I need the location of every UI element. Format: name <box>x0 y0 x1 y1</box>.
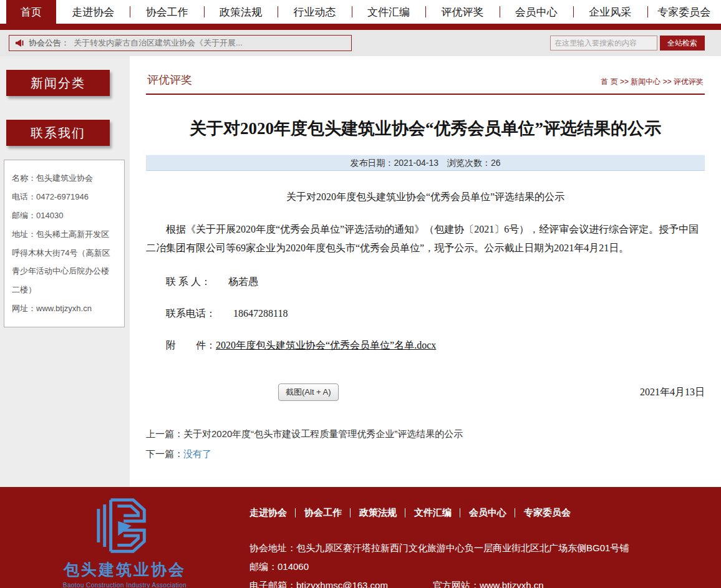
search-button[interactable]: 全站检索 <box>660 36 705 51</box>
main-layout: 新闻分类 联系我们 名称：包头建筑业协会电话：0472-6971946邮编：01… <box>0 56 721 487</box>
footer-website[interactable]: 官方网站：www.btjzyxh.cn <box>433 580 544 588</box>
screenshot-button[interactable]: 截图(Alt + A) <box>278 383 339 401</box>
nav-item[interactable]: 走进协会 <box>56 0 130 24</box>
announcement-bar: 协会公告： 关于转发内蒙古自治区建筑业协会《关于开展... 全站检索 <box>0 30 721 56</box>
contact-person-value: 杨若愚 <box>228 276 258 287</box>
nav-item[interactable]: 首页 <box>6 0 56 24</box>
previous-article-link[interactable]: 关于对2020年度“包头市建设工程质量管理优秀企业”评选结果的公示 <box>183 428 463 439</box>
footer-link[interactable]: 协会工作 <box>296 507 351 519</box>
contact-person-label: 联 系 人： <box>166 276 211 287</box>
footer-links: 走进协会协会工作政策法规文件汇编会员中心专家委员会 <box>249 507 721 519</box>
footer-link[interactable]: 会员中心 <box>460 507 515 519</box>
breadcrumb[interactable]: 首 页 >> 新闻中心 >> 评优评奖 <box>601 77 704 87</box>
contact-phone-row: 联系电话：18647288118 <box>146 307 705 321</box>
footer-zip: 邮编：014060 <box>249 561 721 573</box>
contact-phone-value: 18647288118 <box>233 308 288 319</box>
contact-info-line: 地址：包头稀土高新开发区呼得木林大街74号（高新区青少年活动中心后院办公楼二楼） <box>12 225 117 300</box>
footer-email: 电子邮箱：btjzyxhmsc@163.com <box>249 580 388 588</box>
footer-logo-title: 包头建筑业协会 <box>64 559 186 580</box>
attachment-label: 附 件： <box>166 340 216 350</box>
article-title: 关于对2020年度包头建筑业协会“优秀会员单位”评选结果的公示 <box>146 117 705 140</box>
contact-info-line: 网址：www.btjzyxh.cn <box>12 299 117 318</box>
contact-info-line: 邮编：014030 <box>12 206 117 225</box>
announcement-label: 协会公告： <box>29 37 69 49</box>
contact-info-line: 电话：0472-6971946 <box>12 188 117 206</box>
article-action-row: 截图(Alt + A) 2021年4月13日 <box>146 383 705 401</box>
sidebar-news-category-button[interactable]: 新闻分类 <box>6 70 110 96</box>
nav-item[interactable]: 企业风采 <box>573 0 647 24</box>
contact-phone-label: 联系电话： <box>166 308 216 319</box>
nav-item[interactable]: 专家委员会 <box>647 0 721 24</box>
attachment-row: 附 件：2020年度包头建筑业协会“优秀会员单位”名单.docx <box>146 339 705 352</box>
publish-date: 2021年4月13日 <box>640 386 705 399</box>
association-logo-icon <box>90 493 160 558</box>
footer-logo-subtitle: Baotou Construction Industry Association <box>63 582 186 588</box>
nav-item[interactable]: 政策法规 <box>204 0 278 24</box>
next-article-row: 下一篇：没有了 <box>146 448 705 460</box>
article: 关于对2020年度包头建筑业协会“优秀会员单位”评选结果的公示 发布日期：202… <box>146 117 705 401</box>
footer-link[interactable]: 文件汇编 <box>405 507 460 519</box>
nav-item[interactable]: 行业动态 <box>278 0 351 24</box>
search-input[interactable] <box>550 36 657 51</box>
nav-item[interactable]: 会员中心 <box>500 0 573 24</box>
sidebar-contact-info-box: 名称：包头建筑业协会电话：0472-6971946邮编：014030地址：包头稀… <box>4 160 125 327</box>
footer-info: 走进协会协会工作政策法规文件汇编会员中心专家委员会 协会地址：包头九原区赛汗塔拉… <box>249 487 721 588</box>
nav-item[interactable]: 文件汇编 <box>352 0 425 24</box>
footer-logo-block: 包头建筑业协会 Baotou Construction Industry Ass… <box>0 487 249 588</box>
nav-underline-bar <box>0 24 721 30</box>
footer-address: 协会地址：包头九原区赛汗塔拉新西门文化旅游中心负一层商业街北区北广场东侧BG01… <box>249 542 721 554</box>
section-title: 评优评奖 <box>147 72 192 87</box>
previous-article-row: 上一篇：关于对2020年度“包头市建设工程质量管理优秀企业”评选结果的公示 <box>146 428 705 440</box>
next-article-label: 下一篇： <box>146 448 183 459</box>
article-body: 根据《关于开展2020年度“优秀会员单位”评选活动的通知》（包建协〔2021〕6… <box>146 220 705 257</box>
footer-link[interactable]: 政策法规 <box>351 507 405 519</box>
footer-link[interactable]: 专家委员会 <box>515 507 579 519</box>
nav-item[interactable]: 协会工作 <box>130 0 203 24</box>
sidebar: 新闻分类 联系我们 名称：包头建筑业协会电话：0472-6971946邮编：01… <box>0 56 130 487</box>
prev-next-navigation: 上一篇：关于对2020年度“包头市建设工程质量管理优秀企业”评选结果的公示 下一… <box>146 428 705 460</box>
previous-article-label: 上一篇： <box>146 428 183 439</box>
article-meta-bar: 发布日期：2021-04-13 浏览次数：26 <box>146 155 705 171</box>
announcement-text[interactable]: 关于转发内蒙古自治区建筑业协会《关于开展... <box>74 37 243 49</box>
content-panel: 评优评奖 首 页 >> 新闻中心 >> 评优评奖 关于对2020年度包头建筑业协… <box>130 56 721 487</box>
sidebar-contact-button[interactable]: 联系我们 <box>6 120 110 146</box>
content-header: 评优评奖 首 页 >> 新闻中心 >> 评优评奖 <box>146 56 705 95</box>
next-article-link[interactable]: 没有了 <box>183 448 211 459</box>
nav-item[interactable]: 评优评奖 <box>425 0 499 24</box>
speaker-icon <box>14 38 24 48</box>
site-footer: 包头建筑业协会 Baotou Construction Industry Ass… <box>0 487 721 588</box>
article-subtitle: 关于对2020年度包头建筑业协会“优秀会员单位”评选结果的公示 <box>146 191 705 204</box>
announcement-marquee[interactable]: 协会公告： 关于转发内蒙古自治区建筑业协会《关于开展... <box>9 35 352 51</box>
contact-info-line: 名称：包头建筑业协会 <box>12 169 117 188</box>
footer-contact-row: 电子邮箱：btjzyxhmsc@163.com 官方网站：www.btjzyxh… <box>249 580 721 588</box>
footer-link[interactable]: 走进协会 <box>249 507 296 519</box>
attachment-link[interactable]: 2020年度包头建筑业协会“优秀会员单位”名单.docx <box>216 340 436 350</box>
contact-person-row: 联 系 人：杨若愚 <box>146 276 705 289</box>
top-navigation: 首页走进协会协会工作政策法规行业动态文件汇编评优评奖会员中心企业风采专家委员会 <box>0 0 721 24</box>
